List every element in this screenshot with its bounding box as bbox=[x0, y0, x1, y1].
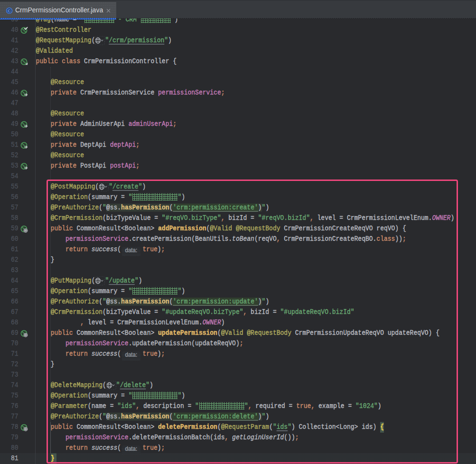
svg-text:C: C bbox=[8, 8, 11, 13]
